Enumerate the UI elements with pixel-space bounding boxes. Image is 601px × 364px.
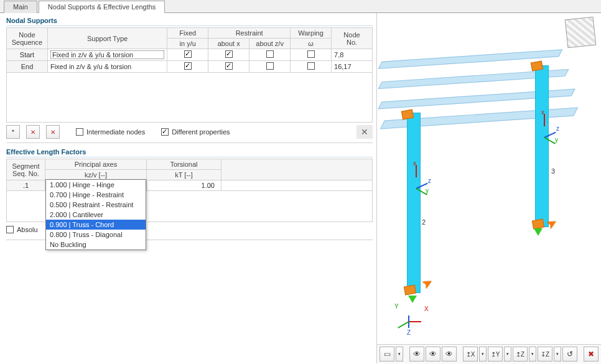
tb-reset-icon[interactable]: ✖ [584, 347, 599, 362]
different-properties-label: Different properties [172, 128, 230, 136]
tb-flip-icon[interactable]: ↺ [562, 347, 577, 362]
intermediate-nodes-label: Intermediate nodes [86, 128, 145, 136]
node-no-cell[interactable]: 7,8 [332, 49, 373, 61]
col-support-type: Support Type [47, 28, 167, 49]
close-panel-button[interactable]: ✕ [356, 125, 373, 139]
nodal-supports-table: NodeSequence Support Type Fixed Restrain… [6, 27, 373, 73]
type-cell[interactable]: Fixed in z/v & y/u & torsion [47, 61, 167, 73]
tb-view-y-icon[interactable]: ↥Y [488, 347, 503, 362]
col-node-no: NodeNo. [332, 28, 373, 49]
tb-view-z2-icon[interactable]: ↧Z [538, 347, 552, 362]
kt-cell[interactable]: 1.00 [147, 180, 221, 191]
elf-seq-cell: .1 [7, 180, 45, 191]
delete-all-button[interactable]: ✕ [46, 125, 60, 139]
tab-main[interactable]: Main [4, 1, 37, 13]
fixed-yu-cell[interactable] [167, 49, 208, 61]
col-node-sequence: NodeSequence [7, 28, 48, 49]
kzv-option[interactable]: 2.000 | Cantilever [46, 210, 146, 220]
intermediate-nodes-checkbox[interactable]: Intermediate nodes [76, 128, 145, 136]
different-properties-checkbox[interactable]: Different properties [161, 128, 230, 136]
rest-zv-cell[interactable] [249, 49, 291, 61]
lower-blank-area [6, 240, 373, 360]
col-restraint-x: about x [208, 39, 249, 49]
seq-cell: Start [7, 49, 48, 61]
delete-row-button[interactable]: ✕ [26, 125, 40, 139]
tb-view-z-icon[interactable]: ↥Z [513, 347, 528, 362]
col-restraint: Restraint [208, 28, 291, 39]
tb-view-z-dd[interactable]: ▾ [529, 347, 536, 362]
section-title-nodal: Nodal Supports [6, 17, 373, 26]
type-cell[interactable]: Fixed in z/v & y/u & torsion [47, 49, 167, 61]
nav-cube[interactable] [565, 17, 597, 49]
col-principal: Principal axes [45, 159, 147, 170]
kzv-option[interactable]: 0.900 | Truss - Chord [46, 220, 146, 230]
kzv-option[interactable]: 1.000 | Hinge - Hinge [46, 180, 146, 190]
rest-x-cell[interactable] [208, 61, 249, 73]
tb-eye-sel-icon[interactable]: 👁 [426, 347, 440, 362]
tb-view-z2-dd[interactable]: ▾ [554, 347, 561, 362]
kzv-dropdown-list[interactable]: 1.000 | Hinge - Hinge0.700 | Hinge - Res… [45, 179, 146, 250]
col-kzv: kz/v [--] [45, 170, 147, 180]
rest-zv-cell[interactable] [249, 61, 291, 73]
kzv-option[interactable]: 0.700 | Hinge - Restraint [46, 190, 146, 200]
nodal-row[interactable]: StartFixed in z/v & y/u & torsion7,8 [7, 49, 373, 61]
viewport-toolbar: ▭ ▾ 👁 👁 👁 ↥X ▾ ↥Y ▾ ↥Z ▾ ↧Z ▾ ↺ ✖ [377, 344, 601, 363]
nodal-row[interactable]: EndFixed in z/v & y/u & torsion16,17 [7, 61, 373, 73]
col-warping-omega: ω [291, 39, 332, 49]
col-warping: Warping [291, 28, 332, 39]
seq-cell: End [7, 61, 48, 73]
col-fixed-yu: in y/u [167, 39, 208, 49]
tb-eye-all-icon[interactable]: 👁 [442, 347, 457, 362]
add-node-button[interactable]: ＊ [6, 125, 20, 139]
tab-nodal-supports[interactable]: Nodal Supports & Effective Lengths [39, 1, 165, 13]
kzv-option[interactable]: 0.500 | Restraint - Restraint [46, 200, 146, 210]
fixed-yu-cell[interactable] [167, 61, 208, 73]
tb-screen-dd[interactable]: ▾ [396, 347, 403, 362]
col-fixed: Fixed [167, 28, 208, 39]
col-elf-spacer [221, 159, 373, 180]
member-label: 2 [422, 218, 426, 226]
rest-x-cell[interactable] [208, 49, 249, 61]
3d-viewport[interactable]: ➤ ➤ x z y x z y 2 3 [377, 13, 601, 344]
col-restraint-zv: about z/v [249, 39, 291, 49]
tb-eye-icon[interactable]: 👁 [409, 347, 424, 362]
section-title-elf: Effective Length Factors [6, 148, 373, 157]
pointer-arrow-icon: ➤ [419, 274, 436, 292]
tb-screen-icon[interactable]: ▭ [380, 347, 394, 362]
kzv-option[interactable]: 0.800 | Truss - Diagonal [46, 230, 146, 240]
col-kt: kT [--] [147, 170, 221, 180]
member-label: 3 [551, 167, 555, 175]
absolute-lengths-checkbox[interactable]: Absolu [6, 226, 38, 233]
kzv-option[interactable]: No Buckling [46, 240, 146, 250]
tb-view-x-icon[interactable]: ↥X [463, 347, 478, 362]
warp-cell[interactable] [291, 61, 332, 73]
warp-cell[interactable] [291, 49, 332, 61]
node-no-cell[interactable]: 16,17 [332, 61, 373, 73]
tb-view-y-dd[interactable]: ▾ [504, 347, 511, 362]
col-torsional: Torsional [147, 159, 221, 170]
tb-view-x-dd[interactable]: ▾ [479, 347, 487, 362]
col-segment-seq: SegmentSeq. No. [7, 159, 45, 180]
nodal-grid-empty-area[interactable] [6, 73, 373, 123]
absolute-lengths-label: Absolu [17, 226, 38, 233]
